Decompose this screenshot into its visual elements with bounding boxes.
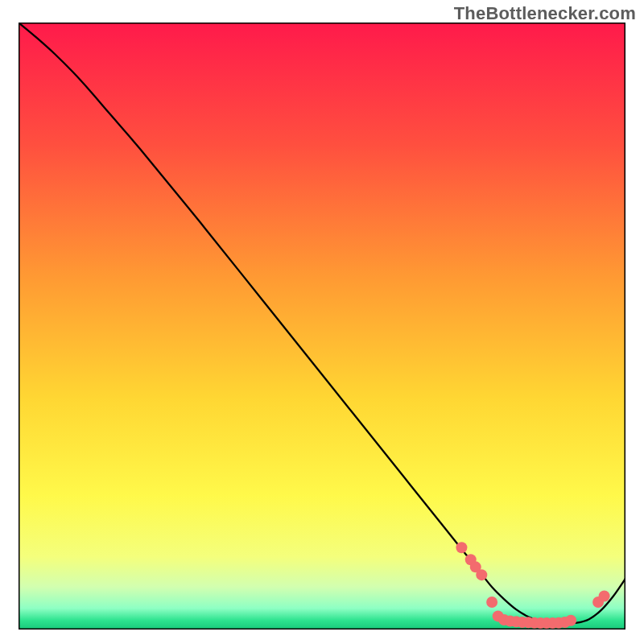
- data-marker: [456, 542, 467, 553]
- data-marker: [599, 591, 610, 602]
- chart-svg: [19, 23, 625, 630]
- data-marker: [565, 615, 576, 626]
- watermark-text: TheBottlenecker.com: [454, 3, 636, 24]
- plot-area: [19, 23, 625, 630]
- data-marker: [486, 597, 497, 608]
- data-marker: [476, 569, 487, 580]
- chart-stage: TheBottlenecker.com: [0, 0, 644, 644]
